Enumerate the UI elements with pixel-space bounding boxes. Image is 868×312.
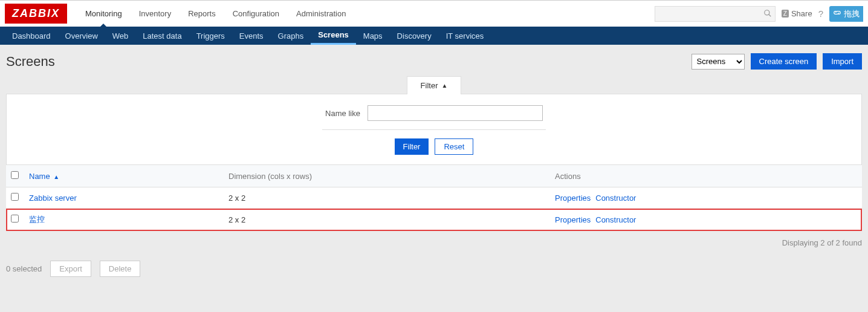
delete-button[interactable]: Delete [100,261,141,277]
row-checkbox[interactable] [11,215,19,223]
ext-label: 拖拽 [844,8,860,19]
dimension-cell: 2 x 2 [224,209,550,231]
action-cell: PropertiesConstructor [555,215,857,224]
table-row: Zabbix server2 x 2PropertiesConstructor [6,187,862,209]
select-all-checkbox[interactable] [11,171,19,179]
topnav: MonitoringInventoryReportsConfigurationA… [77,1,655,27]
filter-body: Name like Filter Reset [6,94,862,165]
bulk-actions: 0 selected Export Delete [0,255,868,283]
subnav-item-triggers[interactable]: Triggers [189,27,232,45]
help-icon[interactable]: ? [818,8,823,19]
create-screen-button[interactable]: Create screen [751,53,817,70]
constructor-link[interactable]: Constructor [595,193,636,203]
dimension-cell: 2 x 2 [224,187,550,209]
share-label: Share [791,9,812,18]
subnav-item-events[interactable]: Events [232,27,271,45]
chevron-up-icon: ▲ [441,82,447,89]
filter: Filter ▲ Name like Filter Reset [6,76,862,165]
subnav: DashboardOverviewWebLatest dataTriggersE… [0,27,868,45]
search-input[interactable] [655,6,776,22]
topbar: ZABBIX MonitoringInventoryReportsConfigu… [0,0,868,27]
topnav-item-administration[interactable]: Administration [288,1,354,27]
top-tools: Z Share ? 拖拽 [655,6,868,22]
topnav-item-reports[interactable]: Reports [180,1,224,27]
subnav-item-discovery[interactable]: Discovery [390,27,439,45]
sort-asc-icon: ▲ [53,174,59,180]
col-name[interactable]: Name ▲ [24,165,224,187]
table-row: 监控2 x 2PropertiesConstructor [6,209,862,231]
constructor-link[interactable]: Constructor [595,215,636,224]
svg-line-1 [769,14,771,16]
svg-point-0 [765,10,769,15]
kind-select[interactable]: Screens [691,54,745,70]
name-like-label: Name like [325,109,360,118]
selected-count: 0 selected [6,264,42,273]
topnav-item-monitoring[interactable]: Monitoring [77,1,131,27]
subnav-item-graphs[interactable]: Graphs [271,27,311,45]
row-checkbox[interactable] [11,193,19,201]
filter-toggle[interactable]: Filter ▲ [407,76,461,94]
share-link[interactable]: Z Share [782,9,812,18]
col-dimension: Dimension (cols x rows) [224,165,550,187]
link-icon [833,8,841,19]
select-all-cell [6,165,24,187]
import-button[interactable]: Import [823,53,862,70]
subnav-item-web[interactable]: Web [105,27,136,45]
topnav-item-inventory[interactable]: Inventory [131,1,180,27]
reset-button[interactable]: Reset [435,138,473,155]
filter-row: Name like [325,105,543,121]
subnav-item-latest-data[interactable]: Latest data [135,27,189,45]
page-header: Screens Screens Create screen Import [0,45,868,76]
subnav-item-maps[interactable]: Maps [356,27,390,45]
filter-buttons: Filter Reset [7,138,861,155]
name-like-input[interactable] [368,105,543,121]
logo: ZABBIX [5,4,67,24]
subnav-item-it-services[interactable]: IT services [439,27,491,45]
global-search [655,6,776,22]
search-icon[interactable] [763,9,772,19]
subnav-item-screens[interactable]: Screens [311,27,356,45]
screen-name-link[interactable]: Zabbix server [29,193,77,203]
col-actions: Actions [550,165,862,187]
page-actions: Screens Create screen Import [691,53,863,70]
subnav-item-overview[interactable]: Overview [58,27,105,45]
extension-button[interactable]: 拖拽 [829,6,863,22]
properties-link[interactable]: Properties [555,193,591,203]
action-cell: PropertiesConstructor [555,193,857,203]
col-name-label: Name [29,172,50,181]
result-count: Displaying 2 of 2 found [0,231,868,255]
page-title: Screens [6,54,691,70]
topnav-item-configuration[interactable]: Configuration [224,1,288,27]
filter-tab-label: Filter [421,81,438,90]
properties-link[interactable]: Properties [555,215,591,224]
export-button[interactable]: Export [50,261,91,277]
subnav-item-dashboard[interactable]: Dashboard [5,27,58,45]
divider [322,129,546,130]
screens-table: Name ▲ Dimension (cols x rows) Actions Z… [6,165,862,231]
z-badge-icon: Z [782,10,789,18]
screen-name-link[interactable]: 监控 [29,215,45,224]
filter-button[interactable]: Filter [395,138,429,155]
